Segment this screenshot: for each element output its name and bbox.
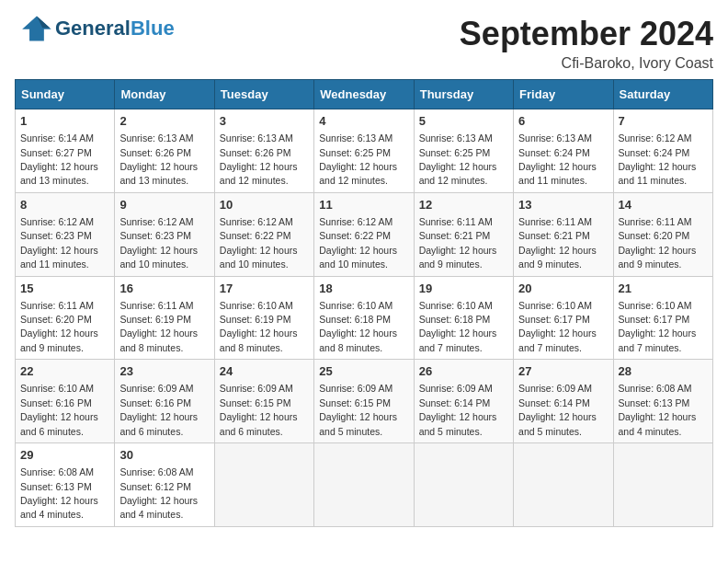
empty-cell [414,443,513,527]
page-header: GeneralBlue September 2024 Cfi-Baroko, I… [15,15,713,72]
day-number: 28 [619,363,708,380]
day-detail: Sunrise: 6:09 AMSunset: 6:15 PMDaylight:… [220,383,298,436]
calendar-day: 12 Sunrise: 6:11 AMSunset: 6:21 PMDaylig… [414,192,513,276]
calendar-day: 9 Sunrise: 6:12 AMSunset: 6:23 PMDayligh… [115,192,214,276]
header-tuesday: Tuesday [214,80,313,109]
day-number: 25 [319,363,408,380]
day-number: 2 [119,113,209,130]
header-sunday: Sunday [16,80,115,109]
day-detail: Sunrise: 6:08 AMSunset: 6:13 PMDaylight:… [20,466,98,520]
day-number: 21 [619,281,708,297]
empty-cell [314,443,414,527]
day-number: 10 [220,197,309,213]
day-detail: Sunrise: 6:09 AMSunset: 6:14 PMDaylight:… [518,383,597,436]
calendar-day: 7 Sunrise: 6:12 AMSunset: 6:24 PMDayligh… [613,109,712,193]
day-detail: Sunrise: 6:09 AMSunset: 6:16 PMDaylight:… [119,383,198,436]
empty-cell [214,443,313,527]
day-number: 16 [119,281,209,297]
day-detail: Sunrise: 6:13 AMSunset: 6:25 PMDaylight:… [419,132,497,186]
day-number: 18 [319,281,408,297]
calendar-week-row: 15 Sunrise: 6:11 AMSunset: 6:20 PMDaylig… [16,276,713,360]
day-detail: Sunrise: 6:11 AMSunset: 6:21 PMDaylight:… [518,216,597,270]
header-thursday: Thursday [414,80,513,109]
header-monday: Monday [115,80,214,109]
day-detail: Sunrise: 6:11 AMSunset: 6:20 PMDaylight:… [619,216,697,270]
day-detail: Sunrise: 6:09 AMSunset: 6:15 PMDaylight:… [319,383,397,436]
month-title: September 2024 [460,15,713,53]
calendar-day: 24 Sunrise: 6:09 AMSunset: 6:15 PMDaylig… [214,360,313,443]
day-detail: Sunrise: 6:10 AMSunset: 6:18 PMDaylight:… [419,300,497,353]
day-number: 29 [20,447,109,464]
day-number: 20 [518,281,608,297]
day-number: 12 [419,197,508,213]
day-number: 1 [20,113,109,130]
calendar-week-row: 29 Sunrise: 6:08 AMSunset: 6:13 PMDaylig… [16,443,713,527]
day-number: 26 [419,363,508,380]
day-number: 24 [220,363,309,380]
day-detail: Sunrise: 6:12 AMSunset: 6:22 PMDaylight:… [220,216,298,270]
calendar-day: 21 Sunrise: 6:10 AMSunset: 6:17 PMDaylig… [613,276,712,360]
calendar-week-row: 1 Sunrise: 6:14 AMSunset: 6:27 PMDayligh… [16,109,713,193]
day-detail: Sunrise: 6:08 AMSunset: 6:12 PMDaylight:… [119,466,198,520]
calendar-day: 14 Sunrise: 6:11 AMSunset: 6:20 PMDaylig… [613,192,712,276]
day-number: 8 [20,197,109,213]
calendar-day: 4 Sunrise: 6:13 AMSunset: 6:25 PMDayligh… [314,109,414,193]
calendar-day: 5 Sunrise: 6:13 AMSunset: 6:25 PMDayligh… [414,109,513,193]
calendar-day: 30 Sunrise: 6:08 AMSunset: 6:12 PMDaylig… [115,443,214,527]
day-detail: Sunrise: 6:08 AMSunset: 6:13 PMDaylight:… [619,383,697,436]
calendar-day: 3 Sunrise: 6:13 AMSunset: 6:26 PMDayligh… [214,109,313,193]
day-detail: Sunrise: 6:11 AMSunset: 6:20 PMDaylight:… [20,300,98,353]
calendar-day: 25 Sunrise: 6:09 AMSunset: 6:15 PMDaylig… [314,360,414,443]
day-detail: Sunrise: 6:13 AMSunset: 6:26 PMDaylight:… [119,132,198,186]
calendar-day: 16 Sunrise: 6:11 AMSunset: 6:19 PMDaylig… [115,276,214,360]
day-number: 15 [20,281,109,297]
day-number: 30 [119,447,209,464]
logo: GeneralBlue [15,15,175,42]
day-number: 19 [419,281,508,297]
day-detail: Sunrise: 6:10 AMSunset: 6:17 PMDaylight:… [619,300,697,353]
day-detail: Sunrise: 6:13 AMSunset: 6:24 PMDaylight:… [518,132,597,186]
header-saturday: Saturday [613,80,712,109]
calendar-day: 6 Sunrise: 6:13 AMSunset: 6:24 PMDayligh… [514,109,613,193]
calendar-day: 23 Sunrise: 6:09 AMSunset: 6:16 PMDaylig… [115,360,214,443]
calendar-day: 29 Sunrise: 6:08 AMSunset: 6:13 PMDaylig… [16,443,115,527]
day-detail: Sunrise: 6:11 AMSunset: 6:19 PMDaylight:… [119,300,198,353]
day-detail: Sunrise: 6:09 AMSunset: 6:14 PMDaylight:… [419,383,497,436]
empty-cell [613,443,712,527]
calendar-day: 13 Sunrise: 6:11 AMSunset: 6:21 PMDaylig… [514,192,613,276]
calendar-day: 26 Sunrise: 6:09 AMSunset: 6:14 PMDaylig… [414,360,513,443]
logo-blue: Blue [131,17,175,40]
day-detail: Sunrise: 6:11 AMSunset: 6:21 PMDaylight:… [419,216,497,270]
day-number: 5 [419,113,508,130]
day-number: 4 [319,113,408,130]
calendar-day: 28 Sunrise: 6:08 AMSunset: 6:13 PMDaylig… [613,360,712,443]
header-wednesday: Wednesday [314,80,414,109]
title-area: September 2024 Cfi-Baroko, Ivory Coast [460,15,713,72]
calendar-table: Sunday Monday Tuesday Wednesday Thursday… [15,79,713,527]
day-number: 7 [619,113,708,130]
day-detail: Sunrise: 6:14 AMSunset: 6:27 PMDaylight:… [20,132,98,186]
logo-general: General [55,17,131,40]
logo-text: GeneralBlue [55,17,175,40]
calendar-day: 11 Sunrise: 6:12 AMSunset: 6:22 PMDaylig… [314,192,414,276]
day-number: 14 [619,197,708,213]
day-detail: Sunrise: 6:13 AMSunset: 6:26 PMDaylight:… [220,132,298,186]
day-number: 22 [20,363,109,380]
calendar-week-row: 8 Sunrise: 6:12 AMSunset: 6:23 PMDayligh… [16,192,713,276]
calendar-day: 1 Sunrise: 6:14 AMSunset: 6:27 PMDayligh… [16,109,115,193]
day-detail: Sunrise: 6:10 AMSunset: 6:16 PMDaylight:… [20,383,98,436]
day-number: 9 [119,197,209,213]
day-number: 17 [220,281,309,297]
calendar-day: 27 Sunrise: 6:09 AMSunset: 6:14 PMDaylig… [514,360,613,443]
calendar-day: 22 Sunrise: 6:10 AMSunset: 6:16 PMDaylig… [16,360,115,443]
location-title: Cfi-Baroko, Ivory Coast [460,55,713,72]
calendar-day: 19 Sunrise: 6:10 AMSunset: 6:18 PMDaylig… [414,276,513,360]
day-number: 11 [319,197,408,213]
header-friday: Friday [514,80,613,109]
calendar-day: 8 Sunrise: 6:12 AMSunset: 6:23 PMDayligh… [16,192,115,276]
day-number: 27 [518,363,608,380]
svg-marker-0 [22,17,51,41]
calendar-day: 15 Sunrise: 6:11 AMSunset: 6:20 PMDaylig… [16,276,115,360]
day-number: 3 [220,113,309,130]
day-number: 6 [518,113,608,130]
